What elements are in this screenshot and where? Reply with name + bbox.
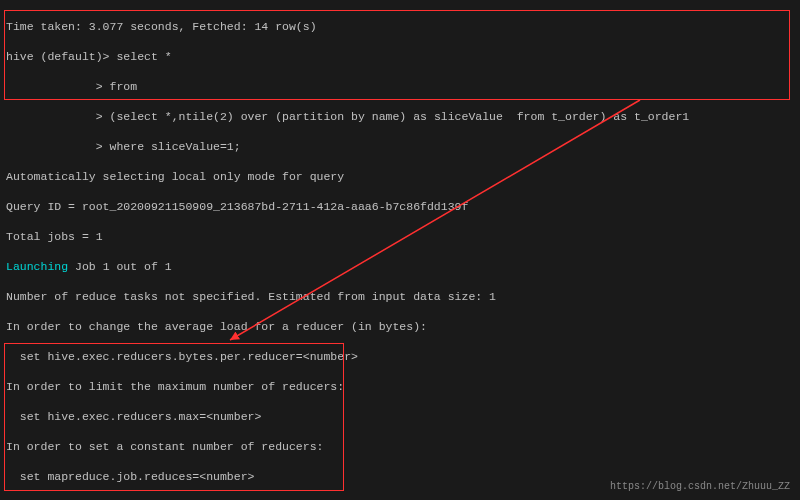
previous-time-line: Time taken: 3.077 seconds, Fetched: 14 r… xyxy=(6,19,794,34)
query-where: where sliceValue=1; xyxy=(103,140,241,153)
msg-query-id: Query ID = root_20200921150909_213687bd-… xyxy=(6,199,794,214)
msg-total-jobs: Total jobs = 1 xyxy=(6,229,794,244)
launching-word: Launching xyxy=(6,260,68,273)
query-select: select * xyxy=(110,50,172,63)
hive-cont-prompt: > xyxy=(6,140,103,153)
query-line-2: > from xyxy=(6,79,794,94)
msg-set2: set hive.exec.reducers.max=<number> xyxy=(6,409,794,424)
query-from: from xyxy=(103,80,138,93)
hive-cont-prompt: > xyxy=(6,110,103,123)
hive-prompt: hive (default)> xyxy=(6,50,110,63)
watermark: https://blog.csdn.net/Zhuuu_ZZ xyxy=(610,479,790,494)
msg-auto-local: Automatically selecting local only mode … xyxy=(6,169,794,184)
launching-rest: Job 1 out of 1 xyxy=(68,260,172,273)
msg-launching-line: Launching Job 1 out of 1 xyxy=(6,259,794,274)
terminal-output: Time taken: 3.077 seconds, Fetched: 14 r… xyxy=(6,4,794,500)
msg-set1: set hive.exec.reducers.bytes.per.reducer… xyxy=(6,349,794,364)
msg-order3: In order to set a constant number of red… xyxy=(6,439,794,454)
query-line-4: > where sliceValue=1; xyxy=(6,139,794,154)
msg-reduce-tasks: Number of reduce tasks not specified. Es… xyxy=(6,289,794,304)
msg-order1: In order to change the average load for … xyxy=(6,319,794,334)
msg-order2: In order to limit the maximum number of … xyxy=(6,379,794,394)
query-subselect: (select *,ntile(2) over (partition by na… xyxy=(103,110,690,123)
query-line-3: > (select *,ntile(2) over (partition by … xyxy=(6,109,794,124)
query-line-1: hive (default)> select * xyxy=(6,49,794,64)
hive-cont-prompt: > xyxy=(6,80,103,93)
